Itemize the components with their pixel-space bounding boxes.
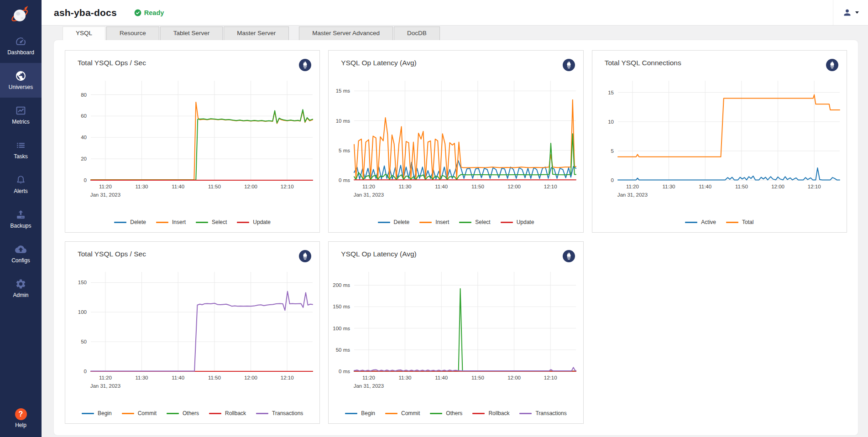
line-chart[interactable]: 11:2011:3011:4011:5012:0012:10Jan 31, 20…	[66, 265, 319, 397]
chart-total-ysql-ops-transactions: Total YSQL Ops / Sec 11:2011:3011:4011:5…	[65, 241, 320, 424]
svg-text:200 ms: 200 ms	[333, 282, 350, 288]
legend-label: Commit	[401, 410, 420, 416]
svg-text:60: 60	[81, 113, 87, 119]
svg-text:0 ms: 0 ms	[339, 369, 350, 374]
legend-item-begin[interactable]: Begin	[345, 410, 375, 416]
svg-text:11:20: 11:20	[362, 375, 375, 380]
legend-label: Insert	[435, 219, 449, 225]
chart-legend: DeleteInsertSelectUpdate	[329, 219, 583, 225]
legend-item-delete[interactable]: Delete	[378, 219, 410, 225]
prometheus-icon[interactable]	[299, 250, 311, 262]
legend-item-select[interactable]: Select	[196, 219, 227, 225]
sidebar-item-dashboard[interactable]: Dashboard	[0, 28, 42, 63]
legend-label: Others	[446, 410, 462, 416]
legend-label: Total	[742, 219, 753, 225]
globe-icon	[15, 70, 26, 82]
legend-label: Commit	[138, 410, 157, 416]
legend-label: Transactions	[272, 410, 303, 416]
legend-item-commit[interactable]: Commit	[122, 410, 157, 416]
legend-swatch	[459, 222, 471, 223]
legend-item-rollback[interactable]: Rollback	[472, 410, 509, 416]
legend-item-update[interactable]: Update	[501, 219, 534, 225]
chart-title: Total YSQL Ops / Sec	[78, 250, 146, 258]
legend-item-rollback[interactable]: Rollback	[209, 410, 246, 416]
chart-title: Total YSQL Connections	[605, 59, 681, 67]
line-chart[interactable]: 11:2011:3011:4011:5012:0012:10Jan 31, 20…	[329, 74, 582, 206]
dashboard-gauge-icon	[15, 36, 26, 47]
legend-item-active[interactable]: Active	[685, 219, 716, 225]
sidebar-item-tasks[interactable]: Tasks	[0, 132, 42, 167]
legend-item-begin[interactable]: Begin	[82, 410, 112, 416]
svg-text:Jan 31, 2023: Jan 31, 2023	[354, 192, 384, 198]
legend-label: Begin	[98, 410, 112, 416]
svg-text:10 ms: 10 ms	[336, 118, 350, 124]
svg-text:11:40: 11:40	[699, 184, 711, 189]
chart-title: Total YSQL Ops / Sec	[78, 59, 146, 67]
legend-swatch	[385, 413, 397, 414]
svg-text:15 ms: 15 ms	[336, 88, 350, 94]
svg-text:12:10: 12:10	[281, 375, 294, 380]
legend-swatch	[167, 413, 179, 414]
svg-text:11:20: 11:20	[99, 375, 112, 380]
svg-text:11:30: 11:30	[136, 184, 148, 189]
legend-item-insert[interactable]: Insert	[419, 219, 449, 225]
sidebar-label: Universes	[9, 84, 33, 90]
svg-text:11:40: 11:40	[435, 375, 448, 380]
tab-resource[interactable]: Resource	[106, 26, 159, 40]
metrics-chart-icon	[15, 105, 26, 116]
sidebar-item-metrics[interactable]: Metrics	[0, 98, 42, 132]
sidebar-item-alerts[interactable]: Alerts	[0, 167, 42, 202]
svg-text:5 ms: 5 ms	[339, 148, 350, 153]
legend-label: Select	[212, 219, 227, 225]
line-chart[interactable]: 11:2011:3011:4011:5012:0012:10Jan 31, 20…	[593, 74, 846, 206]
sidebar-item-help[interactable]: ? Help	[0, 403, 42, 433]
prometheus-icon[interactable]	[299, 59, 311, 71]
sidebar-item-backups[interactable]: Backups	[0, 202, 42, 236]
legend-item-others[interactable]: Others	[430, 410, 462, 416]
legend-item-transactions[interactable]: Transactions	[519, 410, 566, 416]
legend-swatch	[419, 222, 432, 223]
legend-item-select[interactable]: Select	[459, 219, 490, 225]
svg-text:11:40: 11:40	[172, 375, 184, 380]
legend-label: Begin	[361, 410, 375, 416]
svg-text:12:10: 12:10	[544, 184, 557, 189]
tab-tablet-server[interactable]: Tablet Server	[160, 26, 223, 40]
svg-text:Jan 31, 2023: Jan 31, 2023	[354, 383, 384, 389]
legend-item-insert[interactable]: Insert	[156, 219, 186, 225]
gear-icon	[15, 278, 26, 290]
svg-text:50: 50	[81, 339, 87, 344]
legend-item-others[interactable]: Others	[167, 410, 199, 416]
legend-item-total[interactable]: Total	[726, 219, 753, 225]
svg-text:11:40: 11:40	[435, 184, 448, 189]
tab-master-server[interactable]: Master Server	[224, 26, 289, 40]
universe-title: ash-yba-docs	[54, 7, 117, 18]
svg-text:12:10: 12:10	[808, 184, 821, 189]
legend-swatch	[122, 413, 134, 414]
content-area: YSQL Resource Tablet Server Master Serve…	[42, 26, 868, 437]
prometheus-icon[interactable]	[826, 59, 838, 71]
prometheus-icon[interactable]	[563, 250, 575, 262]
sidebar-item-admin[interactable]: Admin	[0, 271, 42, 306]
sidebar-item-configs[interactable]: Configs	[0, 236, 42, 271]
yugabyte-logo[interactable]	[0, 0, 42, 28]
svg-text:20: 20	[81, 156, 87, 161]
tab-ysql[interactable]: YSQL	[63, 26, 105, 40]
legend-item-commit[interactable]: Commit	[385, 410, 420, 416]
legend-item-update[interactable]: Update	[237, 219, 271, 225]
line-chart[interactable]: 11:2011:3011:4011:5012:0012:10Jan 31, 20…	[66, 74, 319, 206]
metrics-panel: Total YSQL Ops / Sec 11:2011:3011:4011:5…	[54, 40, 858, 435]
svg-text:12:10: 12:10	[281, 184, 294, 189]
svg-text:11:30: 11:30	[399, 184, 412, 189]
legend-swatch	[209, 413, 221, 414]
sidebar-item-universes[interactable]: Universes	[0, 63, 42, 98]
tab-master-server-advanced[interactable]: Master Server Advanced	[299, 26, 393, 40]
line-chart[interactable]: 11:2011:3011:4011:5012:0012:10Jan 31, 20…	[329, 265, 582, 397]
legend-item-delete[interactable]: Delete	[114, 219, 146, 225]
tab-docdb[interactable]: DocDB	[394, 26, 440, 40]
rocket-planet-icon	[10, 4, 31, 25]
user-menu[interactable]	[833, 0, 868, 25]
legend-item-transactions[interactable]: Transactions	[256, 410, 303, 416]
prometheus-icon[interactable]	[563, 59, 575, 71]
chart-ysql-op-latency-transactions: YSQL Op Latency (Avg) 11:2011:3011:4011:…	[328, 241, 583, 424]
legend-swatch	[114, 222, 126, 223]
